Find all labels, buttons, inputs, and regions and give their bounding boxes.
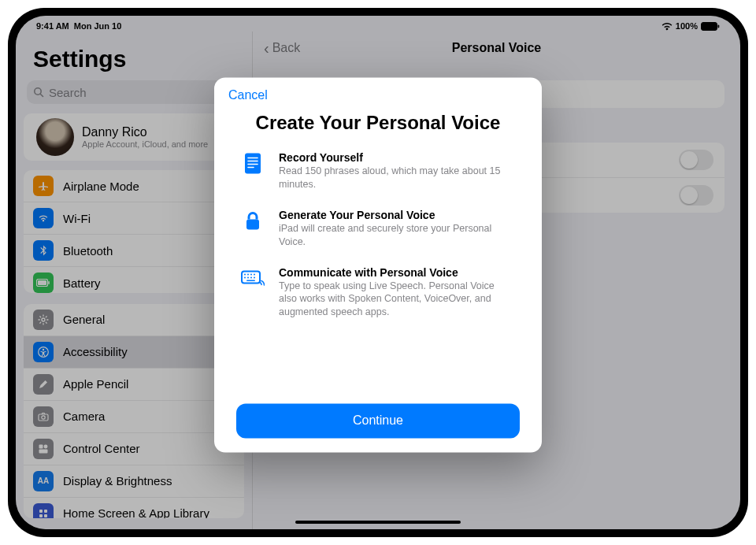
continue-button[interactable]: Continue bbox=[236, 403, 520, 438]
step-communicate: Communicate with Personal Voice Type to … bbox=[241, 266, 515, 320]
svg-point-34 bbox=[254, 276, 255, 278]
svg-point-27 bbox=[244, 273, 246, 275]
keyboard-voice-icon bbox=[241, 266, 265, 290]
svg-point-32 bbox=[247, 276, 249, 278]
svg-point-33 bbox=[250, 276, 252, 278]
cancel-button[interactable]: Cancel bbox=[214, 88, 542, 107]
step-generate-voice: Generate Your Personal Voice iPad will c… bbox=[241, 209, 515, 249]
lock-icon bbox=[241, 209, 265, 232]
step-desc: iPad will create and securely store your… bbox=[279, 222, 515, 249]
svg-point-31 bbox=[244, 276, 246, 278]
step-title: Record Yourself bbox=[279, 151, 515, 164]
create-personal-voice-modal: Cancel Create Your Personal Voice Record… bbox=[214, 77, 542, 452]
svg-point-29 bbox=[250, 273, 252, 275]
ipad-device-frame: 9:41 AM Mon Jun 10 100% Settings bbox=[8, 8, 748, 537]
step-title: Communicate with Personal Voice bbox=[279, 266, 515, 279]
svg-rect-35 bbox=[246, 280, 255, 281]
document-icon bbox=[241, 151, 265, 175]
step-title: Generate Your Personal Voice bbox=[279, 209, 515, 221]
step-desc: Type to speak using Live Speech. Persona… bbox=[279, 280, 515, 320]
screen: 9:41 AM Mon Jun 10 100% Settings bbox=[16, 16, 740, 529]
svg-point-28 bbox=[247, 273, 249, 275]
home-indicator[interactable] bbox=[295, 521, 461, 524]
step-desc: Read 150 phrases aloud, which may take a… bbox=[279, 165, 515, 191]
step-record-yourself: Record Yourself Read 150 phrases aloud, … bbox=[241, 151, 515, 191]
svg-point-30 bbox=[254, 273, 255, 275]
svg-rect-25 bbox=[246, 219, 259, 229]
svg-rect-20 bbox=[245, 153, 261, 173]
modal-title: Create Your Personal Voice bbox=[214, 107, 542, 151]
